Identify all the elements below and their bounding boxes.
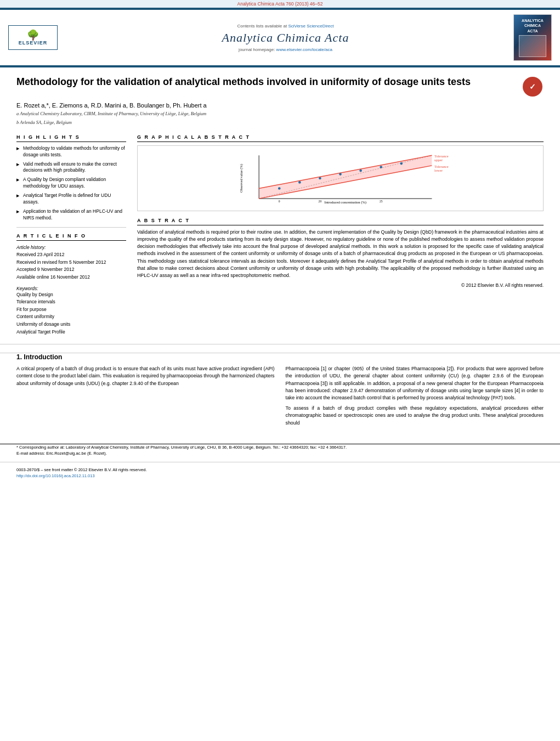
copyright: © 2012 Elsevier B.V. All rights reserved… (137, 282, 544, 288)
intro-right-text-2: To assess if a batch of drug product com… (286, 405, 544, 427)
intro-right-col: Pharmacopoeia [1] or chapter ⟨905⟩ of th… (286, 365, 544, 430)
affiliation-a: a Analytical Chemistry Laboratory, CIRM,… (16, 111, 544, 117)
svg-text:Observed value (%): Observed value (%) (239, 164, 244, 193)
article-top-bar: Analytica Chimica Acta 760 (2013) 46–52 (0, 0, 560, 8)
intro-title: 1. Introduction (16, 353, 544, 361)
journal-center: Contents lists available at SciVerse Sci… (58, 24, 513, 52)
affiliation-b: b Arlenda SA, Liège, Belgium (16, 120, 544, 126)
svg-text:20: 20 (319, 199, 322, 202)
svg-marker-7 (259, 155, 432, 199)
highlights-list: Methodology to validate methods for unif… (16, 145, 126, 222)
keyword-4: Content uniformity (16, 313, 126, 321)
history-label: Article history: (16, 244, 126, 252)
svg-text:Introduced concentration (%): Introduced concentration (%) (325, 200, 366, 205)
crossmark[interactable]: ✓ (522, 76, 544, 98)
elsevier-logo: 🌳 ELSEVIER (8, 25, 58, 50)
crossmark-icon: ✓ (523, 77, 542, 97)
keywords-section: Keywords: Quality by Design Tolerance in… (16, 286, 126, 336)
elsevier-label: ELSEVIER (19, 40, 48, 46)
svg-point-11 (298, 181, 301, 184)
article-title: Methodology for the validation of analyt… (16, 76, 513, 88)
graphical-abstract-heading: G R A P H I C A L A B S T R A C T (137, 134, 544, 142)
issn-line: 0003-2670/$ – see front matter © 2012 El… (16, 467, 544, 473)
intro-right-text-1: Pharmacopoeia [1] or chapter ⟨905⟩ of th… (286, 365, 544, 401)
journal-header: 🌳 ELSEVIER Contents lists available at S… (0, 9, 560, 66)
sciverse-line: Contents lists available at SciVerse Sci… (58, 24, 513, 29)
svg-text:25: 25 (380, 199, 383, 202)
keyword-1: Quality by Design (16, 291, 126, 299)
keyword-6: Analytical Target Profile (16, 329, 126, 336)
svg-text:upper: upper (434, 158, 443, 162)
journal-thumbnail: ANALYTICA CHIMICA ACTA (513, 14, 552, 61)
svg-point-13 (339, 173, 342, 176)
svg-point-10 (278, 187, 281, 190)
svg-point-16 (400, 162, 403, 165)
highlight-item-4: Analytical Target Profile is defined for… (16, 193, 126, 206)
article-header: Methodology for the validation of analyt… (16, 76, 544, 98)
homepage-link[interactable]: www.elsevier.com/locate/aca (276, 47, 332, 52)
page-footer: 0003-2670/$ – see front matter © 2012 El… (0, 462, 560, 484)
svg-text:0: 0 (279, 199, 280, 202)
article-info-heading: A R T I C L E I N F O (16, 233, 126, 241)
svg-line-8 (259, 155, 432, 188)
doi-link[interactable]: http://dx.doi.org/10.1016/j.aca.2012.11.… (16, 473, 95, 478)
keyword-5: Uniformity of dosage units (16, 321, 126, 329)
sciverse-link[interactable]: SciVerse ScienceDirect (288, 24, 333, 29)
abstract-section: A B S T R A C T Validation of analytical… (137, 218, 544, 288)
highlights-heading: H I G H L I G H T S (16, 134, 126, 142)
journal-citation: Analytica Chimica Acta 760 (2013) 46–52 (237, 1, 323, 7)
authors: E. Rozet a,*, E. Ziemons a, R.D. Marini … (16, 102, 544, 109)
introduction-section: 1. Introduction A critical property of a… (0, 353, 560, 438)
footnote-section: * Corresponding author at: Laboratory of… (0, 444, 560, 457)
corresponding-author-note: * Corresponding author at: Laboratory of… (16, 444, 544, 450)
received-revised-date: Received in revised form 5 November 2012 (16, 259, 126, 267)
article-history: Article history: Received 23 April 2012 … (16, 244, 126, 281)
svg-point-14 (359, 169, 362, 172)
right-column: G R A P H I C A L A B S T R A C T Observ… (137, 134, 544, 336)
journal-title: Analytica Chimica Acta (58, 31, 513, 45)
keyword-2: Tolerance intervals (16, 298, 126, 306)
abstract-heading: A B S T R A C T (137, 218, 544, 225)
accepted-date: Accepted 9 November 2012 (16, 266, 126, 274)
highlight-item-1: Methodology to validate methods for unif… (16, 145, 126, 159)
keyword-3: Fit for purpose (16, 306, 126, 314)
svg-point-12 (319, 177, 321, 179)
svg-text:Tolerance: Tolerance (434, 154, 449, 158)
elsevier-tree-icon: 🌳 (27, 30, 39, 40)
keywords-list: Quality by Design Tolerance intervals Fi… (16, 291, 126, 336)
received-date: Received 23 April 2012 (16, 251, 126, 259)
svg-point-15 (380, 166, 382, 168)
doi-line[interactable]: http://dx.doi.org/10.1016/j.aca.2012.11.… (16, 473, 544, 479)
abstract-text: Validation of analytical methods is requ… (137, 229, 544, 279)
intro-left-col: A critical property of a batch of drug p… (16, 365, 275, 430)
intro-left-text: A critical property of a batch of drug p… (16, 365, 275, 387)
svg-text:✓: ✓ (529, 82, 536, 91)
svg-text:Tolerance: Tolerance (434, 164, 449, 168)
main-content: Methodology for the validation of analyt… (0, 67, 560, 344)
email-note: E-mail address: Eric.Rozet@ulg.ac.be (E.… (16, 450, 544, 456)
highlight-item-2: Valid methods will ensure to make the co… (16, 161, 126, 174)
highlight-item-5: Application to the validation of an HPLC… (16, 208, 126, 222)
two-col-section: H I G H L I G H T S Methodology to valid… (16, 134, 544, 336)
svg-line-9 (259, 166, 432, 199)
graphical-abstract-chart: Observed value (%) Introduced concentrat… (137, 145, 544, 211)
highlight-item-3: A Quality by Design compliant validation… (16, 177, 126, 190)
svg-text:lower: lower (434, 168, 443, 172)
available-date: Available online 16 November 2012 (16, 274, 126, 281)
intro-body: A critical property of a batch of drug p… (16, 365, 544, 430)
journal-homepage: journal homepage: www.elsevier.com/locat… (58, 47, 513, 52)
keywords-label: Keywords: (16, 286, 126, 291)
left-column: H I G H L I G H T S Methodology to valid… (16, 134, 126, 336)
